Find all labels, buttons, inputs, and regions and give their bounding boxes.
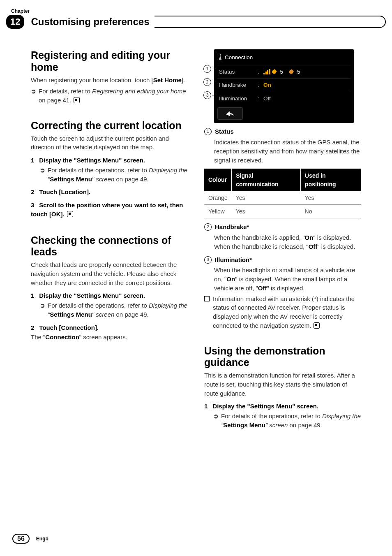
- text: on page 49.: [114, 176, 148, 183]
- signal-table: Colour Signal communication Used in posi…: [204, 169, 361, 218]
- text: ].: [182, 76, 185, 83]
- signal-bars-icon: [263, 69, 270, 74]
- right-column: 1 2 3 Connection Status : 5: [204, 49, 361, 430]
- legend-title: Status: [215, 127, 234, 136]
- row-label: Handbrake: [219, 81, 256, 89]
- reference-title: Settings Menu: [50, 311, 92, 318]
- note-bullet-icon: [204, 296, 210, 301]
- step-number: 3: [31, 202, 34, 208]
- step-number: 2: [31, 188, 34, 195]
- text: For details of the operations, refer to: [221, 412, 322, 419]
- legend-number: 3: [204, 256, 212, 264]
- page-number: 56: [12, 534, 30, 544]
- chapter-label: Chapter: [11, 8, 361, 14]
- row-label: Illumination: [219, 95, 256, 103]
- xref-text: For details, refer to Registering and ed…: [39, 87, 188, 105]
- instruction-step: 1Display the "Settings Menu" screen.: [31, 291, 188, 300]
- table-cell: Yes: [232, 205, 301, 218]
- table-header: Colour: [204, 169, 232, 191]
- table-header: Signal communication: [232, 169, 301, 191]
- colon: :: [256, 95, 262, 103]
- callout-number: 2: [203, 78, 211, 86]
- arrow-icon: ➲: [213, 412, 219, 421]
- text: The ": [31, 334, 45, 341]
- legend-body: When the handbrake is applied, "On" is d…: [214, 233, 361, 251]
- text: " screen appears.: [79, 334, 127, 341]
- status-icons: 5 5: [263, 68, 304, 76]
- header-rule: [154, 16, 386, 28]
- step-text: Display the "Settings Menu" screen.: [212, 403, 318, 410]
- table-header: Used in positioning: [301, 169, 361, 191]
- note-text: Information marked with an asterisk (*) …: [213, 294, 361, 330]
- text: When registering your home location, tou…: [31, 76, 153, 83]
- section-correcting-location: Correcting the current location: [31, 120, 188, 132]
- legend-title: Handbrake*: [215, 222, 249, 232]
- back-button[interactable]: [217, 107, 243, 120]
- satellite-icon: [272, 69, 277, 74]
- step-number: 2: [31, 324, 34, 331]
- table-row: Yellow Yes No: [204, 205, 361, 218]
- section-registering-home: Registering and editing your home: [31, 49, 188, 73]
- ui-label: Off: [309, 243, 318, 250]
- table-cell: Yes: [232, 191, 301, 205]
- legend-number: 2: [204, 223, 212, 231]
- reference-title: " screen: [92, 311, 115, 318]
- instruction-step: 2Touch [Location].: [31, 188, 188, 197]
- step-number: 1: [204, 403, 208, 410]
- text: When the handbrake is applied, ": [214, 234, 304, 241]
- table-cell: No: [301, 205, 361, 218]
- body-text: When registering your home location, tou…: [31, 76, 188, 85]
- step-text: Scroll to the position where you want to…: [31, 202, 183, 218]
- step-text: Touch [Connection].: [39, 324, 99, 331]
- callout-3: 3: [203, 91, 219, 99]
- cross-reference: ➲ For details of the operations, refer t…: [40, 301, 188, 319]
- xref-text: For details of the operations, refer to …: [48, 301, 188, 319]
- body-text: This is a demonstration function for ret…: [204, 371, 361, 398]
- legend-status: 1 Status: [204, 127, 361, 136]
- table-cell: Yellow: [204, 205, 232, 218]
- callout-number: 1: [203, 65, 211, 73]
- table-cell: Yes: [301, 191, 361, 205]
- arrow-icon: ➲: [40, 166, 45, 175]
- illumination-row: Illumination : Off: [217, 92, 350, 105]
- reference-title: " screen: [92, 176, 115, 183]
- section-end-icon: [67, 211, 73, 217]
- left-column: Registering and editing your home When r…: [31, 49, 188, 430]
- legend-body: Indicates the connection status of the G…: [214, 138, 361, 164]
- row-value: Off: [263, 95, 271, 103]
- row-value: On: [263, 81, 271, 89]
- callout-1: 1: [203, 65, 219, 73]
- step-number: 1: [31, 157, 34, 164]
- body-text: The "Connection" screen appears.: [31, 333, 188, 342]
- xref-text: For details of the operations, refer to …: [221, 412, 361, 430]
- text: on page 49.: [114, 311, 148, 318]
- reference-title: Settings Menu: [223, 422, 265, 429]
- section-end-icon: [74, 97, 80, 103]
- ui-label: Off: [258, 285, 267, 292]
- callout-2: 2: [203, 78, 219, 86]
- chapter-header: 12 Customising preferences: [6, 15, 386, 29]
- asterisk-note: Information marked with an asterisk (*) …: [204, 294, 361, 330]
- xref-text: For details of the operations, refer to …: [48, 166, 188, 184]
- instruction-step: 1Display the "Settings Menu" screen.: [31, 156, 188, 165]
- text: on page 49.: [288, 422, 322, 429]
- callout-number: 3: [203, 91, 211, 99]
- reference-title: Settings Menu: [50, 176, 92, 183]
- reference-title: " screen: [265, 422, 288, 429]
- legend-title: Illumination*: [215, 255, 252, 264]
- text: " is displayed.: [267, 285, 304, 292]
- step-number: 1: [31, 292, 34, 299]
- status-row: Status : 5 5: [217, 65, 350, 79]
- legend-number: 1: [204, 128, 212, 135]
- section-end-icon: [314, 322, 320, 329]
- satellite-count: 5: [280, 68, 284, 76]
- satellite-count: 5: [297, 68, 300, 76]
- instruction-step: 2Touch [Connection].: [31, 323, 188, 332]
- section-demonstration-guidance: Using the demonstration guidance: [204, 345, 361, 369]
- table-row: Orange Yes Yes: [204, 191, 361, 205]
- text: For details, refer to: [39, 88, 92, 95]
- handbrake-row: Handbrake : On: [217, 78, 350, 92]
- screen-title-text: Connection: [225, 53, 253, 62]
- reference-title: Registering and editing your home: [92, 88, 186, 95]
- antenna-icon: [219, 56, 221, 60]
